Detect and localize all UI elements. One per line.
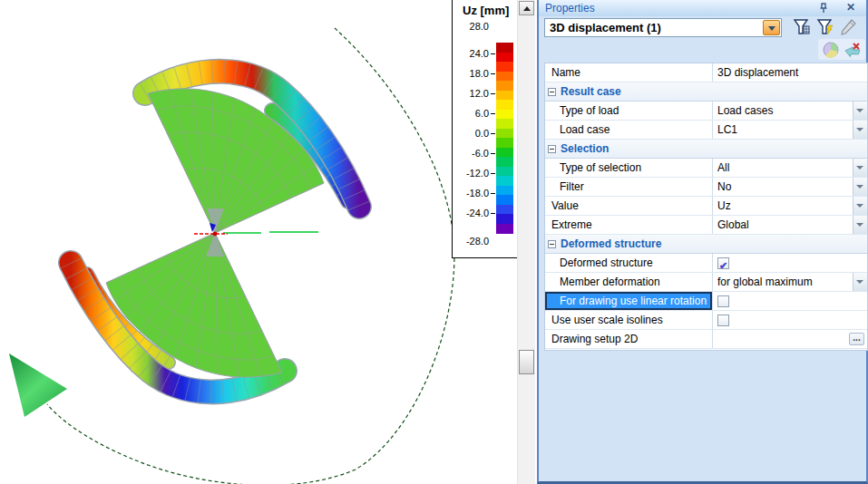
viewport-scrollbar[interactable] [517,0,535,484]
legend-band [496,138,513,148]
property-value-cell[interactable]: Global [712,216,867,234]
property-label: Type of load [545,102,712,120]
legend-tick [491,133,495,134]
legend-band [496,224,513,234]
legend-tick-label: 28.0 [453,21,489,32]
property-row[interactable]: Drawing setup 2D... [545,330,867,349]
property-row[interactable]: ValueUz [545,197,867,216]
property-value-cell[interactable]: for global maximum [712,273,867,291]
collapse-minus-icon[interactable] [548,88,556,96]
property-label: Type of selection [545,159,712,177]
property-label: For drawing use linear rotation [545,292,712,310]
ellipsis-button[interactable]: ... [849,333,864,345]
legend-tick-label: -6.0 [453,148,489,159]
property-row[interactable]: For drawing use linear rotation [545,292,867,311]
property-row[interactable]: Deformed structure✔ [545,254,867,273]
collapse-minus-icon[interactable] [548,145,556,153]
legend-band [496,62,513,72]
dropdown-button[interactable] [853,178,867,196]
legend-tick [491,193,495,194]
properties-panel: Properties ✕ 3D displacement (1) [537,0,868,484]
dropdown-button[interactable] [853,102,867,120]
property-row[interactable]: Type of selectionAll [545,159,867,178]
property-value-cell[interactable]: ... [712,330,867,348]
property-label: Name [545,63,712,82]
dropdown-button[interactable] [853,121,867,139]
property-value: Global [717,218,749,231]
property-label: Use user scale isolines [545,311,712,329]
property-value-cell[interactable]: Uz [712,197,867,215]
filter-funnel-lightning-icon[interactable] [815,17,835,37]
legend-band [496,214,513,224]
legend-band [496,205,513,215]
legend-band [496,119,513,129]
property-row[interactable]: ExtremeGlobal [545,216,867,235]
dropdown-button[interactable] [853,273,867,291]
legend-tick [491,213,495,214]
property-row[interactable]: Load caseLC1 [545,121,867,140]
property-label: Drawing setup 2D [545,330,712,348]
property-value: Uz [717,199,731,212]
checkbox[interactable] [717,315,729,326]
collapse-minus-icon[interactable] [548,240,556,248]
dropdown-button[interactable] [853,216,867,234]
panel-header: Properties ✕ [539,0,866,16]
section-row[interactable]: Result case [545,82,867,102]
legend-band [496,53,513,63]
property-label: Extreme [545,216,712,234]
legend-band [496,148,513,158]
section-row[interactable]: Deformed structure [545,235,867,254]
property-value: LC1 [717,123,737,136]
property-row[interactable]: FilterNo [545,178,867,197]
property-grid: Name3D displacementResult caseType of lo… [544,63,868,351]
edit-pencil-icon[interactable] [838,17,858,37]
property-value-cell[interactable]: All [712,159,867,177]
property-value-cell[interactable] [712,311,867,329]
property-label: Load case [545,121,712,139]
property-value-cell[interactable]: No [712,178,867,196]
property-row[interactable]: Name3D displacement [545,63,867,82]
scroll-up-button[interactable] [519,1,534,15]
legend-band [496,43,513,53]
property-value: All [717,161,729,174]
property-value-cell[interactable]: LC1 [712,121,867,139]
property-value-cell[interactable]: Load cases [712,102,867,120]
property-value-cell[interactable] [712,292,867,310]
legend-tick [491,173,495,174]
dropdown-button[interactable] [853,197,867,215]
delete-result-icon[interactable] [843,40,863,60]
legend-tick-label: 24.0 [453,48,489,59]
legend-tick [491,53,495,54]
property-label: Filter [545,178,712,196]
legend-tick-label: 12.0 [453,88,489,99]
close-icon[interactable]: ✕ [846,1,855,14]
legend-tick-label: 0.0 [453,128,489,139]
3d-viewport[interactable]: Uz [mm] 28.024.018.012.06.00.0-6.0-12.0-… [0,0,517,484]
scroll-thumb[interactable] [519,350,534,374]
property-row[interactable]: Type of loadLoad cases [545,102,867,121]
filter-funnel-grid-icon[interactable] [792,17,812,37]
legend-tick-label: 18.0 [453,68,489,79]
property-value-cell[interactable]: ✔ [712,254,867,272]
property-label: Member deformation [545,273,712,291]
legend-tick-label: -18.0 [453,188,489,198]
property-value-cell[interactable]: 3D displacement [712,63,867,82]
section-row[interactable]: Selection [545,140,867,159]
legend-tick [491,93,495,94]
result-actions-group [818,39,865,60]
legend-band [496,176,513,186]
legend-tick [491,73,495,74]
property-row[interactable]: Use user scale isolines [545,311,867,330]
legend-band [496,186,513,196]
pie-chart-icon[interactable] [821,40,841,60]
pin-icon[interactable] [817,2,830,15]
combo-dropdown-button[interactable] [763,20,780,35]
result-type-selector[interactable]: 3D displacement (1) [544,18,782,37]
property-row[interactable]: Member deformationfor global maximum [545,273,867,292]
legend-band [496,195,513,205]
property-label: Deformed structure [545,254,712,272]
checkbox[interactable]: ✔ [717,257,729,269]
checkbox[interactable] [717,295,729,307]
dropdown-button[interactable] [853,159,867,177]
legend-band [496,91,513,101]
